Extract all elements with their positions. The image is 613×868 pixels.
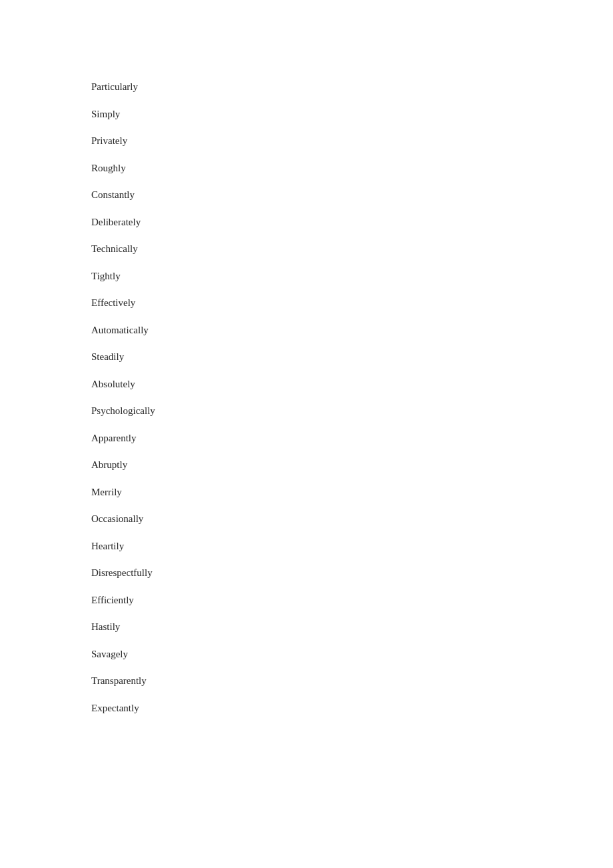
list-item: Privately xyxy=(91,127,613,155)
list-item: Merrily xyxy=(91,479,613,506)
list-item: Savagely xyxy=(91,641,613,668)
list-item: Technically xyxy=(91,235,613,263)
list-item: Efficiently xyxy=(91,587,613,614)
list-item: Occasionally xyxy=(91,505,613,533)
list-item: Abruptly xyxy=(91,451,613,479)
list-item: Deliberately xyxy=(91,209,613,236)
list-item: Constantly xyxy=(91,181,613,209)
list-item: Apparently xyxy=(91,425,613,452)
list-item: Absolutely xyxy=(91,371,613,398)
list-item: Hastily xyxy=(91,613,613,641)
list-item: Automatically xyxy=(91,317,613,344)
list-item: Simply xyxy=(91,101,613,128)
list-item: Transparently xyxy=(91,667,613,695)
list-item: Expectantly xyxy=(91,695,613,722)
list-item: Tightly xyxy=(91,263,613,290)
list-item: Psychologically xyxy=(91,397,613,425)
list-item: Roughly xyxy=(91,155,613,182)
list-item: Particularly xyxy=(91,73,613,101)
word-list: ParticularlySimplyPrivatelyRoughlyConsta… xyxy=(0,0,613,721)
list-item: Effectively xyxy=(91,289,613,317)
list-item: Disrespectfully xyxy=(91,559,613,587)
list-item: Steadily xyxy=(91,343,613,371)
list-item: Heartily xyxy=(91,533,613,560)
